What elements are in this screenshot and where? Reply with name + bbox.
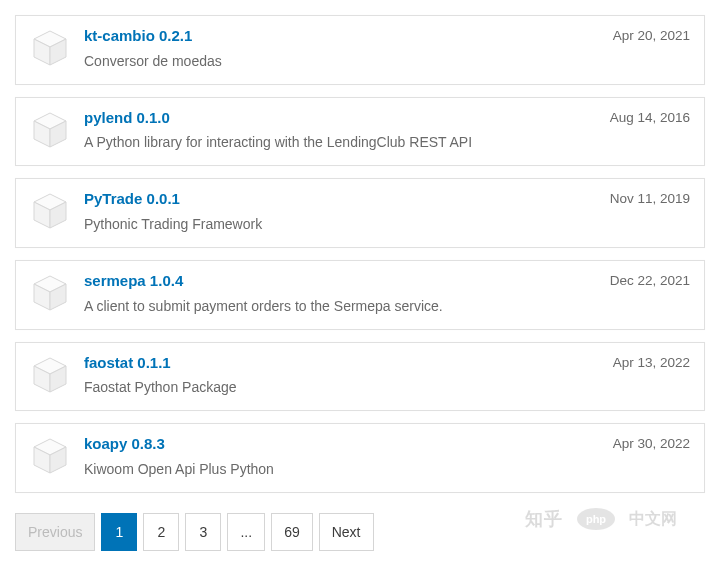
package-date: Aug 14, 2016	[598, 108, 690, 125]
package-title-link[interactable]: sermepa 1.0.4	[84, 271, 598, 291]
package-description: Faostat Python Package	[84, 378, 601, 396]
pagination-page-69[interactable]: 69	[271, 513, 313, 551]
package-date: Apr 20, 2021	[601, 26, 690, 43]
package-info: PyTrade 0.0.1Pythonic Trading Framework	[84, 189, 598, 233]
pagination: Previous 123...69 Next	[15, 513, 705, 551]
package-description: A Python library for interacting with th…	[84, 133, 598, 151]
package-title-link[interactable]: pylend 0.1.0	[84, 108, 598, 128]
package-title-link[interactable]: PyTrade 0.0.1	[84, 189, 598, 209]
package-date: Dec 22, 2021	[598, 271, 690, 288]
package-date: Apr 30, 2022	[601, 434, 690, 451]
package-description: Kiwoom Open Api Plus Python	[84, 460, 601, 478]
package-info: sermepa 1.0.4A client to submit payment …	[84, 271, 598, 315]
package-title-link[interactable]: kt-cambio 0.2.1	[84, 26, 601, 46]
pagination-next[interactable]: Next	[319, 513, 374, 551]
package-card[interactable]: sermepa 1.0.4A client to submit payment …	[15, 260, 705, 330]
package-cube-icon	[30, 28, 70, 68]
pagination-page-1: 1	[101, 513, 137, 551]
pagination-page-3[interactable]: 3	[185, 513, 221, 551]
package-title-link[interactable]: faostat 0.1.1	[84, 353, 601, 373]
package-card[interactable]: PyTrade 0.0.1Pythonic Trading FrameworkN…	[15, 178, 705, 248]
package-card[interactable]: kt-cambio 0.2.1Conversor de moedasApr 20…	[15, 15, 705, 85]
package-card[interactable]: pylend 0.1.0A Python library for interac…	[15, 97, 705, 167]
package-card[interactable]: koapy 0.8.3Kiwoom Open Api Plus PythonAp…	[15, 423, 705, 493]
package-description: Pythonic Trading Framework	[84, 215, 598, 233]
package-date: Nov 11, 2019	[598, 189, 690, 206]
package-cube-icon	[30, 355, 70, 395]
package-cube-icon	[30, 273, 70, 313]
pagination-previous: Previous	[15, 513, 95, 551]
package-cube-icon	[30, 191, 70, 231]
pagination-ellipsis: ...	[227, 513, 265, 551]
package-info: pylend 0.1.0A Python library for interac…	[84, 108, 598, 152]
package-date: Apr 13, 2022	[601, 353, 690, 370]
package-cube-icon	[30, 110, 70, 150]
package-info: koapy 0.8.3Kiwoom Open Api Plus Python	[84, 434, 601, 478]
package-title-link[interactable]: koapy 0.8.3	[84, 434, 601, 454]
package-info: kt-cambio 0.2.1Conversor de moedas	[84, 26, 601, 70]
package-info: faostat 0.1.1Faostat Python Package	[84, 353, 601, 397]
pagination-page-2[interactable]: 2	[143, 513, 179, 551]
package-description: A client to submit payment orders to the…	[84, 297, 598, 315]
package-card[interactable]: faostat 0.1.1Faostat Python PackageApr 1…	[15, 342, 705, 412]
package-description: Conversor de moedas	[84, 52, 601, 70]
package-cube-icon	[30, 436, 70, 476]
